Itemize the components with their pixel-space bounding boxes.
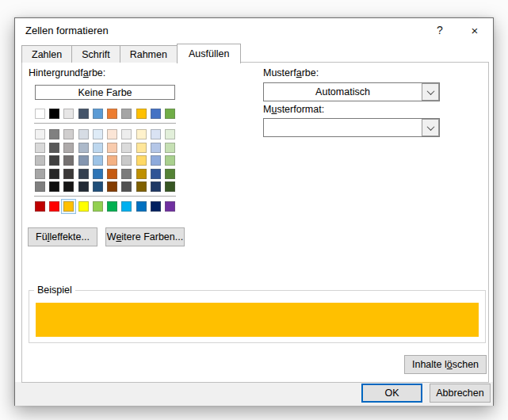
color-swatch[interactable] — [151, 143, 161, 153]
color-swatch[interactable] — [151, 181, 161, 192]
color-swatch[interactable] — [121, 109, 132, 119]
pattern-style-combobox[interactable] — [263, 118, 440, 137]
color-swatch[interactable] — [49, 201, 59, 212]
color-swatch[interactable] — [165, 129, 175, 139]
color-swatch[interactable] — [151, 109, 161, 119]
help-icon[interactable]: ? — [423, 18, 456, 42]
color-swatch[interactable] — [107, 143, 117, 153]
color-swatch[interactable] — [63, 169, 74, 179]
tint-row — [35, 129, 175, 139]
color-swatch[interactable] — [35, 109, 45, 119]
color-swatch[interactable] — [165, 143, 175, 153]
close-icon[interactable]: × — [456, 18, 493, 42]
more-colors-button[interactable]: Weitere Farben... — [105, 227, 185, 246]
color-swatch[interactable] — [78, 155, 89, 166]
color-swatch[interactable] — [107, 109, 117, 119]
color-swatch[interactable] — [136, 155, 147, 166]
color-swatch[interactable] — [165, 201, 175, 212]
color-swatch[interactable] — [121, 129, 132, 139]
color-swatch[interactable] — [78, 129, 89, 139]
color-swatch[interactable] — [35, 129, 45, 139]
color-swatch[interactable] — [78, 169, 89, 179]
dialog-zellen-formatieren: Zellen formatieren ? × Zahlen Schrift Ra… — [14, 17, 494, 406]
color-swatch[interactable] — [136, 169, 147, 179]
screenshot-canvas: Zellen formatieren ? × Zahlen Schrift Ra… — [0, 0, 508, 420]
tint-row — [35, 181, 175, 192]
color-swatch[interactable] — [136, 181, 147, 192]
color-swatch[interactable] — [93, 201, 103, 212]
pattern-color-label: Musterfarbe: — [263, 67, 319, 78]
fill-effects-button[interactable]: Fülleffekte... — [28, 227, 97, 246]
pattern-color-value: Automatisch — [264, 83, 422, 101]
color-swatch[interactable] — [107, 155, 117, 166]
color-swatch[interactable] — [151, 155, 161, 166]
color-swatch[interactable] — [151, 129, 161, 139]
pattern-style-value — [264, 119, 422, 136]
color-swatch[interactable] — [136, 109, 147, 119]
cancel-button[interactable]: Abbrechen — [430, 384, 491, 403]
color-swatch[interactable] — [165, 155, 175, 166]
color-swatch[interactable] — [93, 181, 103, 192]
color-swatch[interactable] — [63, 129, 74, 139]
fill-tab-page: Hintergrundfarbe: Keine Farbe Fülleffekt… — [21, 62, 489, 383]
color-swatch[interactable] — [107, 201, 117, 212]
tab-strip: Zahlen Schrift Rahmen Ausfüllen — [21, 43, 240, 63]
color-swatch[interactable] — [35, 143, 45, 153]
palette-divider — [34, 123, 176, 124]
color-swatch[interactable] — [63, 143, 74, 153]
color-swatch[interactable] — [107, 129, 117, 139]
color-swatch[interactable] — [121, 169, 132, 179]
color-swatch[interactable] — [63, 181, 74, 192]
color-swatch[interactable] — [165, 181, 175, 192]
clear-contents-button[interactable]: Inhalte löschen — [404, 355, 487, 374]
color-swatch[interactable] — [136, 143, 147, 153]
color-swatch[interactable] — [49, 155, 59, 166]
color-swatch[interactable] — [63, 155, 74, 166]
color-swatch[interactable] — [78, 181, 89, 192]
tab-schrift[interactable]: Schrift — [71, 45, 120, 63]
color-swatch[interactable] — [35, 169, 45, 179]
color-swatch[interactable] — [151, 201, 161, 212]
color-swatch[interactable] — [49, 181, 59, 192]
no-color-button[interactable]: Keine Farbe — [35, 85, 175, 100]
color-swatch[interactable] — [49, 169, 59, 179]
color-swatch[interactable] — [121, 143, 132, 153]
color-swatch[interactable] — [35, 155, 45, 166]
color-swatch[interactable] — [35, 181, 45, 192]
color-swatch[interactable] — [93, 169, 103, 179]
color-swatch[interactable] — [165, 109, 175, 119]
color-swatch[interactable] — [78, 109, 89, 119]
color-swatch[interactable] — [35, 201, 45, 212]
color-swatch[interactable] — [136, 129, 147, 139]
color-swatch[interactable] — [93, 109, 103, 119]
color-swatch[interactable] — [121, 201, 132, 212]
color-swatch[interactable] — [121, 181, 132, 192]
color-swatch[interactable] — [49, 109, 59, 119]
sample-groupbox: Beispiel — [29, 290, 486, 343]
pattern-color-combobox[interactable]: Automatisch — [263, 82, 440, 101]
tab-ausfuellen[interactable]: Ausfüllen — [177, 44, 241, 63]
color-swatch[interactable] — [93, 155, 103, 166]
sample-label: Beispiel — [34, 284, 75, 296]
color-swatch[interactable] — [78, 201, 89, 212]
color-swatch[interactable] — [93, 143, 103, 153]
color-swatch[interactable] — [49, 129, 59, 139]
color-swatch[interactable] — [151, 169, 161, 179]
color-swatch[interactable] — [107, 169, 117, 179]
color-swatch-selected[interactable] — [63, 201, 74, 212]
pattern-color-dropdown-button[interactable] — [422, 83, 439, 101]
background-color-label: Hintergrundfarbe: — [29, 67, 105, 78]
color-swatch[interactable] — [93, 129, 103, 139]
tab-rahmen[interactable]: Rahmen — [120, 45, 178, 63]
tint-row — [35, 155, 175, 166]
color-swatch[interactable] — [78, 143, 89, 153]
ok-button[interactable]: OK — [361, 384, 422, 403]
color-swatch[interactable] — [165, 169, 175, 179]
color-swatch[interactable] — [63, 109, 74, 119]
tab-zahlen[interactable]: Zahlen — [21, 45, 72, 63]
color-swatch[interactable] — [107, 181, 117, 192]
pattern-style-dropdown-button[interactable] — [422, 119, 439, 136]
color-swatch[interactable] — [49, 143, 59, 153]
color-swatch[interactable] — [121, 155, 132, 166]
color-swatch[interactable] — [136, 201, 147, 212]
